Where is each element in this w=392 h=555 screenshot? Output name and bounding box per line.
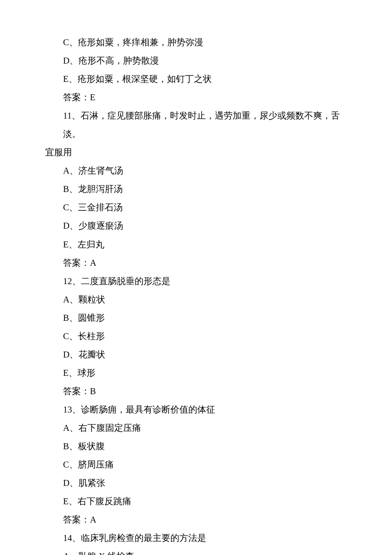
text-line: B、圆锥形 bbox=[45, 309, 347, 327]
text-line: 宜服用 bbox=[45, 143, 347, 162]
text-line: C、三金排石汤 bbox=[45, 198, 347, 217]
text-line: 答案：E bbox=[45, 88, 347, 107]
text-line: 14、临床乳房检查的最主要的方法是 bbox=[45, 529, 347, 547]
text-line: C、疮形如粟，疼痒相兼，肿势弥漫 bbox=[45, 33, 347, 52]
text-line: B、板状腹 bbox=[45, 437, 347, 456]
text-line: E、球形 bbox=[45, 364, 347, 382]
text-line: D、少腹逐瘀汤 bbox=[45, 217, 347, 235]
text-line: C、长柱形 bbox=[45, 327, 347, 346]
text-line: 答案：A bbox=[45, 254, 347, 272]
text-line: B、龙胆泻肝汤 bbox=[45, 180, 347, 198]
text-line: E、右下腹反跳痛 bbox=[45, 492, 347, 511]
text-line: 12、二度直肠脱垂的形态是 bbox=[45, 272, 347, 291]
text-line: 答案：A bbox=[45, 511, 347, 529]
text-line: D、肌紧张 bbox=[45, 474, 347, 492]
text-line: 13、诊断肠痈，最具有诊断价值的体征 bbox=[45, 401, 347, 419]
text-line: 11、石淋，症见腰部胀痛，时发时止，遇劳加重，尿少或频数不爽，舌淡。 bbox=[45, 107, 347, 143]
text-line: D、疮形不高，肿势散漫 bbox=[45, 52, 347, 70]
text-line: C、脐周压痛 bbox=[45, 456, 347, 474]
document-page: C、疮形如粟，疼痒相兼，肿势弥漫D、疮形不高，肿势散漫E、疮形如粟，根深坚硬，如… bbox=[0, 0, 392, 555]
text-line: 答案：B bbox=[45, 382, 347, 401]
text-line: A、颗粒状 bbox=[45, 291, 347, 309]
text-line: E、左归丸 bbox=[45, 235, 347, 254]
text-line: A、济生肾气汤 bbox=[45, 162, 347, 180]
text-line: A、乳腺 X 线检查 bbox=[45, 547, 347, 555]
text-line: E、疮形如粟，根深坚硬，如钉丁之状 bbox=[45, 70, 347, 88]
text-line: D、花瓣状 bbox=[45, 346, 347, 364]
text-line: A、右下腹固定压痛 bbox=[45, 419, 347, 437]
